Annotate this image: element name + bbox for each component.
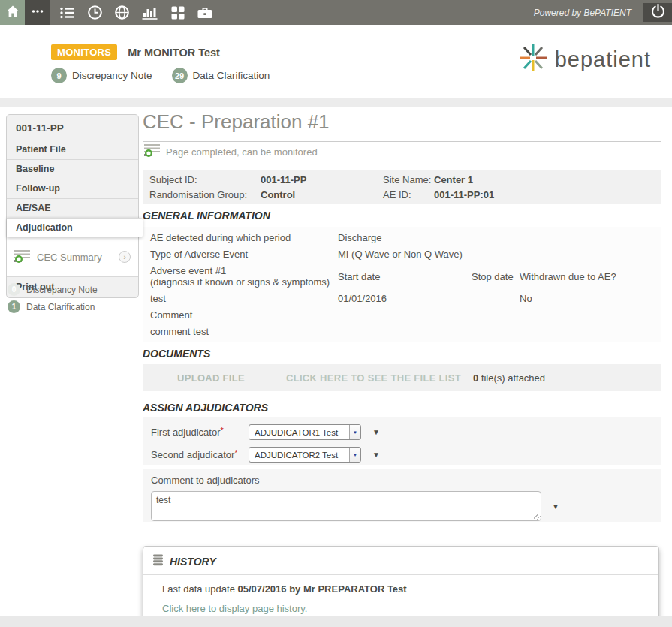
- top-toolbar: Powered by BePATIENT: [0, 0, 672, 25]
- history-link[interactable]: Click here to display page history.: [162, 603, 649, 614]
- header-discrepancy-counter[interactable]: 9 Discrepancy Note: [51, 68, 152, 83]
- period-label: AE detected during which period: [150, 232, 338, 243]
- select-dropdown-icon[interactable]: ▼: [349, 448, 360, 462]
- site-name-value: Center 1: [434, 174, 661, 185]
- site-name-label: Site Name:: [383, 174, 434, 185]
- page-header: MONITORS Mr MONITOR Test 9 Discrepancy N…: [0, 25, 672, 98]
- page-status-icon: [144, 143, 160, 160]
- general-info-heading: GENERAL INFORMATION: [143, 210, 270, 222]
- caret-down-icon[interactable]: ▼: [552, 502, 559, 511]
- home-button[interactable]: [0, 0, 25, 25]
- comment-value: comment test: [150, 326, 661, 337]
- discrepancy-count-badge: 9: [51, 68, 67, 83]
- pinwheel-logo-icon: [517, 41, 549, 77]
- adjudicator-comment-input[interactable]: test: [151, 491, 541, 521]
- subject-info-box: Subject ID: 001-11-PP Site Name: Center …: [143, 170, 661, 204]
- rand-group-label: Randomisation Group:: [149, 189, 261, 200]
- role-badge: MONITORS: [51, 44, 117, 60]
- withdrawn-value: No: [520, 293, 661, 304]
- first-adjudicator-select[interactable]: ADJUDICATOR1 Test ▼: [249, 424, 361, 440]
- home-icon: [5, 4, 20, 22]
- sidebar-item-adjudication[interactable]: Adjudication: [7, 218, 143, 237]
- logout-button[interactable]: [643, 3, 672, 22]
- select-dropdown-icon[interactable]: ▼: [349, 425, 360, 439]
- required-marker: *: [220, 426, 223, 435]
- history-heading: HISTORY: [170, 556, 216, 568]
- clarification-count-badge: 1: [8, 300, 20, 313]
- upload-file-button[interactable]: UPLOAD FILE: [177, 372, 245, 384]
- briefcase-icon[interactable]: [197, 5, 213, 20]
- power-icon: [650, 3, 666, 22]
- event-value: test: [150, 293, 338, 304]
- powered-by-text: Powered by BePATIENT: [534, 8, 631, 18]
- header-clarification-counter[interactable]: 29 Data Clarification: [172, 68, 270, 83]
- globe-icon[interactable]: [114, 5, 130, 20]
- page-status-icon: [14, 249, 30, 265]
- logo-text: bepatient: [555, 47, 651, 72]
- first-adjudicator-label: First adjudicator*: [151, 427, 249, 438]
- second-adjudicator-select[interactable]: ADJUDICATOR2 Test ▼: [249, 447, 361, 463]
- sidebar-item-patient-file[interactable]: Patient File: [7, 140, 138, 159]
- page-footer-band: [0, 616, 672, 627]
- more-menu-button[interactable]: [25, 0, 50, 25]
- required-marker: *: [234, 448, 237, 457]
- general-info-box: AE detected during which period Discharg…: [143, 227, 661, 342]
- comment-label: Comment: [150, 309, 661, 321]
- start-date-label: Start date: [338, 271, 472, 282]
- ae-id-value: 001-11-PP:01: [434, 189, 661, 200]
- page-title: CEC - Preparation #1: [143, 110, 661, 142]
- second-adjudicator-label: Second adjudicator*: [151, 449, 249, 460]
- apps-icon[interactable]: [170, 5, 185, 20]
- adjudicator-comment-box: Comment to adjudicators test ▼: [143, 469, 661, 522]
- sidebar-item-follow-up[interactable]: Follow-up: [7, 179, 138, 198]
- user-name: Mr MONITOR Test: [128, 47, 220, 59]
- assign-adjudicators-heading: ASSIGN ADJUDICATORS: [143, 402, 268, 414]
- file-list-button[interactable]: CLICK HERE TO SEE THE FILE LIST: [286, 372, 461, 384]
- chevron-right-icon[interactable]: ›: [119, 251, 131, 263]
- clock-icon[interactable]: [87, 5, 103, 20]
- more-icon: [30, 4, 45, 22]
- adjudicators-box: First adjudicator* ADJUDICATOR1 Test ▼ ▼…: [143, 417, 661, 465]
- clarification-count-badge: 29: [172, 68, 188, 83]
- period-value: Discharge: [338, 232, 661, 243]
- discrepancy-count-badge: 0: [8, 283, 20, 296]
- caret-down-icon[interactable]: ▼: [372, 428, 380, 436]
- stats-icon[interactable]: [141, 5, 159, 20]
- adjudicator-comment-label: Comment to adjudicators: [151, 475, 661, 486]
- ae-id-label: AE ID:: [383, 189, 434, 200]
- ae-type-value: MI (Q Wave or Non Q Wave): [338, 249, 661, 260]
- subject-id-label: Subject ID:: [149, 174, 261, 185]
- list-icon[interactable]: [59, 5, 76, 20]
- documents-heading: DOCUMENTS: [143, 348, 210, 360]
- documents-box: UPLOAD FILE CLICK HERE TO SEE THE FILE L…: [143, 364, 661, 391]
- withdrawn-label: Withdrawn due to AE?: [520, 271, 661, 282]
- sidebar-menu: 001-11-PP Patient File Baseline Follow-u…: [6, 114, 139, 298]
- bepatient-logo: bepatient: [517, 41, 651, 77]
- sidebar-item-baseline[interactable]: Baseline: [7, 159, 138, 179]
- last-update-text: Last data update 05/07/2016 by Mr PREPAR…: [162, 583, 649, 595]
- sidebar-item-cec-summary[interactable]: CEC Summary ›: [7, 237, 138, 276]
- history-card: HISTORY Last data update 05/07/2016 by M…: [143, 546, 659, 625]
- page-status-text: Page completed, can be monitored: [166, 146, 318, 158]
- header-divider: [0, 98, 672, 107]
- files-attached-text: 0 file(s) attached: [473, 372, 545, 384]
- sidebar-discrepancy-counter[interactable]: 0 Discrepancy Note: [8, 283, 98, 296]
- history-icon: [152, 554, 164, 568]
- sidebar-clarification-counter[interactable]: 1 Data Clarification: [8, 300, 98, 313]
- rand-group-value: Control: [261, 189, 383, 200]
- stop-date-label: Stop date: [472, 271, 520, 282]
- sidebar-item-ae-sae[interactable]: AE/SAE: [7, 198, 138, 218]
- content-area: 001-11-PP Patient File Baseline Follow-u…: [0, 107, 672, 616]
- start-date-value: 01/01/2016: [338, 293, 472, 304]
- ae-type-label: Type of Adverse Event: [150, 249, 338, 260]
- sidebar-subject-id: 001-11-PP: [7, 115, 138, 140]
- caret-down-icon[interactable]: ▼: [372, 451, 380, 459]
- subject-id-value: 001-11-PP: [261, 174, 383, 185]
- event-label: Adverse event #1 (diagnosis if known or …: [150, 265, 338, 288]
